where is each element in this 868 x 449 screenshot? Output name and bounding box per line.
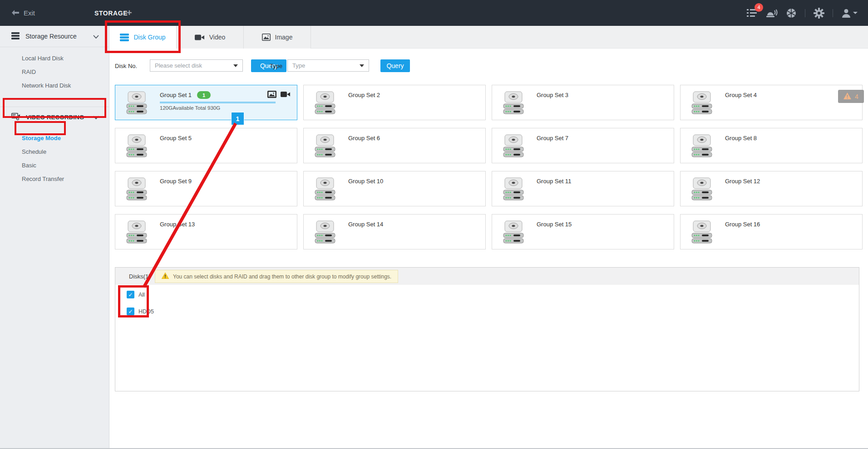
sidebar-section-title: Storage Resource [25,33,77,40]
sidebar-item-basic[interactable]: Basic [0,158,109,172]
sidebar-items: Storage Mode Schedule Basic Record Trans… [0,127,109,191]
hdd-stack-icon [690,134,713,160]
group-name: Group Set 6 [348,135,380,142]
chevron-down-icon [93,33,99,40]
hdd-stack-icon [125,177,148,203]
wheel-icon[interactable] [785,7,797,19]
exit-button[interactable]: Exit [12,0,35,26]
image-icon[interactable] [267,91,276,100]
tab-label: Video [209,34,226,41]
tab-image[interactable]: Image [244,26,311,49]
checkbox-checked[interactable]: ✓ [127,291,134,298]
group-card-group-set-16[interactable]: Group Set 16 [680,214,863,249]
hdd-stack-icon [502,177,525,203]
hdd-stack-icon [690,91,713,117]
disks-panel: Disks(1) You can select disks and RAID a… [115,267,859,391]
group-card-group-set-1[interactable]: Group Set 1 1 120GAvailable Total 930G [115,85,297,120]
group-card-group-set-13[interactable]: Group Set 13 [115,214,297,249]
sidebar-item-local-hard-disk[interactable]: Local Hard Disk [0,51,109,65]
sidebar-item-label: Network Hard Disk [22,82,71,89]
sidebar-item-record-transfer[interactable]: Record Transfer [0,172,109,185]
sidebar-header-video-recording[interactable]: VIDEO RECORDING [0,107,109,127]
hdd-stack-icon [690,177,713,203]
exit-label: Exit [24,9,35,17]
add-tab-button[interactable]: + [127,0,132,26]
tab-label: Disk Group [133,34,165,41]
disks-panel-title: Disks(1) [129,273,151,280]
group-card-group-set-12[interactable]: Group Set 12 [680,171,863,206]
chevron-down-icon [93,114,99,121]
video-icon [195,34,205,41]
group-name: Group Set 15 [537,221,572,228]
group-card-group-set-5[interactable]: Group Set 5 [115,128,297,163]
sidebar-item-label: Schedule [22,148,46,155]
storage-resource-icon [11,32,20,41]
sidebar-item-schedule[interactable]: Schedule [0,145,109,158]
settings-icon[interactable] [813,7,825,19]
video-icon[interactable] [281,91,291,100]
hdd-stack-icon [125,91,148,117]
checkbox-checked[interactable]: ✓ [127,307,134,315]
hdd-stack-icon [314,220,336,246]
hdd-stack-icon [125,134,148,160]
drag-notice-text: You can select disks and RAID and drag t… [173,273,391,280]
disk-group-icon [120,34,129,41]
warning-badge: 4 [838,90,864,103]
tab-disk-group[interactable]: Disk Group [109,26,177,49]
alarm-icon[interactable] [766,7,778,19]
hdd-stack-icon [314,134,336,160]
group-card-group-set-8[interactable]: Group Set 8 [680,128,863,163]
chevron-down-icon [853,12,858,14]
sidebar: Storage Resource Local Hard Disk RAID Ne… [0,26,109,448]
group-name: Group Set 3 [537,92,568,98]
disk-no-placeholder: Please select disk [155,62,202,69]
sidebar-section: Storage Resource Local Hard Disk RAID Ne… [0,26,109,98]
group-card-group-set-14[interactable]: Group Set 14 [303,214,486,249]
sidebar-item-network-hard-disk[interactable]: Network Hard Disk [0,78,109,92]
drag-notice: You can select disks and RAID and drag t… [155,270,398,283]
group-card-group-set-10[interactable]: Group Set 10 [303,171,486,206]
disk-no-select[interactable]: Please select disk [150,59,243,72]
group-card-group-set-15[interactable]: Group Set 15 [492,214,674,249]
sidebar-item-label: Basic [22,162,36,169]
hdd-stack-icon [502,134,525,160]
topbar-icons: 4 [746,0,858,26]
group-name: Group Set 2 [348,92,380,98]
checkbox-label: All [138,292,145,298]
group-card-group-set-6[interactable]: Group Set 6 [303,128,486,163]
drag-count-badge: 1 [232,112,244,125]
sidebar-header-storage-resource[interactable]: Storage Resource [0,26,109,47]
group-name: Group Set 1 [160,92,192,98]
warning-triangle-icon [162,273,169,280]
sidebar-item-storage-mode[interactable]: Storage Mode [0,131,109,145]
disk-no-label: Disk No. [115,63,137,69]
tab-label: Image [275,34,293,41]
app-tab-storage[interactable]: STORAGE [94,0,128,26]
usage-bar [160,102,276,103]
usage-text: 120GAvailable Total 930G [160,105,220,111]
disk-checkbox-all[interactable]: ✓ All [127,291,145,298]
group-card-group-set-4[interactable]: Group Set 4 [680,85,863,120]
event-list-icon[interactable]: 4 [746,7,758,19]
tab-video[interactable]: Video [177,26,244,49]
type-placeholder: Type [292,62,305,69]
type-select[interactable]: Type [287,59,369,72]
group-name: Group Set 8 [725,135,757,142]
topbar-divider [805,9,805,17]
group-name: Group Set 10 [348,178,383,185]
user-icon[interactable] [841,7,858,19]
group-card-group-set-2[interactable]: Group Set 2 [303,85,486,120]
sidebar-item-raid[interactable]: RAID [0,65,109,78]
group-card-group-set-3[interactable]: Group Set 3 [492,85,674,120]
disk-group-grid: Group Set 1 1 120GAvailable Total 930G [115,85,863,249]
hdd-stack-icon [502,220,525,246]
group-card-group-set-9[interactable]: Group Set 9 [115,171,297,206]
disk-checkbox-hdd5[interactable]: ✓ HDD5 [127,307,154,315]
group-card-group-set-11[interactable]: Group Set 11 [492,171,674,206]
group-card-group-set-7[interactable]: Group Set 7 [492,128,674,163]
hdd-stack-icon [690,220,713,246]
sidebar-item-label: Local Hard Disk [22,55,64,62]
sidebar-item-label: RAID [22,68,36,75]
sidebar-section: VIDEO RECORDING Storage Mode Schedule Ba… [0,107,109,191]
query-button-2[interactable]: Query [380,59,410,72]
